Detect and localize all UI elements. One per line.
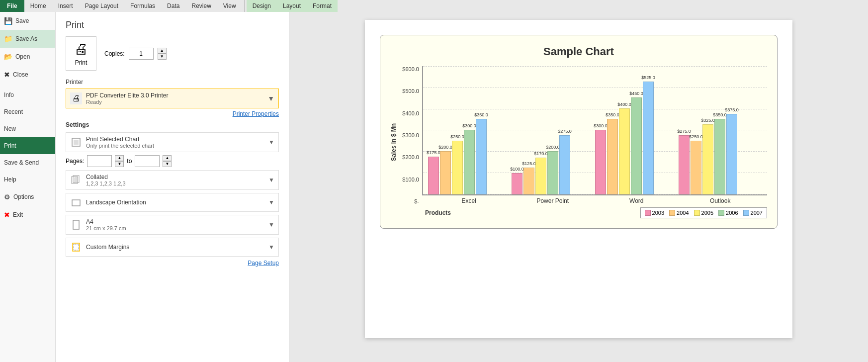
bar-value-label: $250.0 — [689, 134, 703, 139]
tab-format[interactable]: Format — [307, 0, 338, 12]
bar: $100.0 — [512, 173, 522, 194]
bar-fill: $125.0 — [523, 168, 534, 194]
bar: $200.0 — [440, 151, 451, 194]
margins-text: Custom Margins — [86, 244, 268, 251]
bar-fill: $170.0 — [535, 158, 546, 194]
legend-color-box — [743, 210, 749, 216]
collated-row[interactable]: Collated 1,2,3 1,2,3 1,2,3 ▼ — [66, 170, 279, 190]
sidebar: 💾 Save 📁 Save As 📂 Open ✖ Close Info Rec… — [0, 12, 56, 362]
product-group-power-point: $100.0$125.0$170.0$200.0$275.0 — [512, 135, 595, 194]
tab-page-layout[interactable]: Page Layout — [79, 0, 124, 12]
bar: $250.0 — [452, 141, 463, 194]
copies-up[interactable]: ▲ — [158, 48, 167, 54]
tab-design[interactable]: Design — [247, 0, 277, 12]
printer-properties-link[interactable]: Printer Properties — [66, 110, 279, 117]
print-selection-row[interactable]: Print Selected Chart Only print the sele… — [66, 132, 279, 152]
tab-home[interactable]: Home — [24, 0, 52, 12]
legend-label: 2004 — [677, 210, 689, 216]
margins-arrow[interactable]: ▼ — [268, 244, 274, 251]
legend-label: 2005 — [701, 210, 713, 216]
margins-row[interactable]: Custom Margins ▼ — [66, 238, 279, 257]
pages-from-up[interactable]: ▲ — [115, 155, 124, 161]
bar: $350.0 — [476, 119, 487, 194]
printer-info: PDF Converter Elite 3.0 Printer Ready — [86, 92, 267, 105]
open-icon: 📂 — [4, 53, 12, 61]
margins-icon — [70, 241, 82, 253]
orientation-arrow[interactable]: ▼ — [268, 199, 274, 206]
bar-fill: $250.0 — [691, 141, 701, 194]
print-panel: Print 🖨 Print Copies: ▲ ▼ Printer 🖨 PDF … — [56, 12, 289, 362]
print-title: Print — [66, 20, 279, 30]
page-setup-link[interactable]: Page Setup — [66, 260, 279, 267]
tab-file[interactable]: File — [0, 0, 24, 12]
printer-dropdown-arrow[interactable]: ▼ — [267, 94, 274, 102]
collated-icon — [70, 174, 82, 186]
sidebar-new-label: New — [4, 125, 16, 132]
tab-data-label: Data — [167, 2, 179, 9]
bar: $175.0 — [428, 157, 439, 194]
legend-label: 2003 — [652, 210, 664, 216]
pages-to-down[interactable]: ▼ — [163, 161, 172, 167]
bar-fill: $450.0 — [631, 97, 642, 194]
svg-rect-6 — [73, 220, 79, 229]
legend-item: 2006 — [718, 210, 738, 216]
print-button[interactable]: 🖨 Print — [66, 36, 96, 71]
bar-value-label: $450.0 — [629, 91, 643, 96]
sidebar-item-options[interactable]: ⚙ Options — [0, 188, 55, 206]
bar: $300.0 — [595, 130, 606, 194]
sidebar-item-recent[interactable]: Recent — [0, 103, 55, 120]
bar: $250.0 — [691, 141, 701, 194]
pages-to-up[interactable]: ▲ — [163, 155, 172, 161]
sidebar-item-close[interactable]: ✖ Close — [0, 66, 55, 84]
sidebar-print-label: Print — [4, 142, 16, 149]
sidebar-save-label: Save — [15, 17, 29, 24]
copies-input[interactable] — [129, 48, 154, 60]
sidebar-item-help[interactable]: Help — [0, 171, 55, 188]
chart-with-y: $600.0 $500.0 $400.0 $300.0 $200.0 $100.… — [397, 66, 767, 204]
sidebar-item-save[interactable]: 💾 Save — [0, 12, 55, 30]
bar: $200.0 — [547, 151, 558, 194]
bar-fill: $375.0 — [726, 114, 737, 195]
x-axis-label: Power Point — [511, 197, 595, 204]
sidebar-item-info[interactable]: Info — [0, 84, 55, 103]
bar: $300.0 — [464, 130, 475, 194]
pages-from-down[interactable]: ▼ — [115, 161, 124, 167]
print-selection-arrow[interactable]: ▼ — [268, 139, 274, 146]
sidebar-item-open[interactable]: 📂 Open — [0, 48, 55, 66]
bar: $525.0 — [643, 82, 654, 195]
tab-insert[interactable]: Insert — [52, 0, 79, 12]
tab-data[interactable]: Data — [161, 0, 185, 12]
tab-insert-label: Insert — [58, 2, 73, 9]
tab-formulas[interactable]: Formulas — [124, 0, 161, 12]
sidebar-item-save-send[interactable]: Save & Send — [0, 154, 55, 171]
sidebar-item-exit[interactable]: ✖ Exit — [0, 206, 55, 224]
bar-fill: $525.0 — [643, 82, 654, 195]
sidebar-recent-label: Recent — [4, 108, 23, 115]
sidebar-item-new[interactable]: New — [0, 120, 55, 137]
sidebar-item-print[interactable]: Print — [0, 137, 55, 154]
paper-row[interactable]: A4 21 cm x 29.7 cm ▼ — [66, 215, 279, 235]
collated-main: Collated — [86, 174, 268, 181]
y-axis-title: Sales in $ Mn — [390, 123, 397, 161]
tab-layout-label: Layout — [283, 2, 301, 9]
collated-arrow[interactable]: ▼ — [268, 177, 274, 183]
x-axis-label: Excel — [427, 197, 511, 204]
tab-view[interactable]: View — [217, 0, 242, 12]
paper-arrow[interactable]: ▼ — [268, 221, 274, 228]
copies-down[interactable]: ▼ — [158, 54, 167, 60]
paper-text: A4 21 cm x 29.7 cm — [86, 218, 268, 231]
tab-layout[interactable]: Layout — [277, 0, 307, 12]
pages-to-input[interactable] — [135, 155, 160, 167]
print-button-area: 🖨 Print Copies: ▲ ▼ — [66, 36, 279, 71]
tab-review[interactable]: Review — [185, 0, 217, 12]
sidebar-item-save-as[interactable]: 📁 Save As — [0, 30, 55, 48]
printer-selector[interactable]: 🖨 PDF Converter Elite 3.0 Printer Ready … — [66, 89, 279, 108]
bar-value-label: $125.0 — [522, 161, 536, 166]
chart-x-labels: ExcelPower PointWordOutlook — [422, 197, 767, 204]
bar-value-label: $375.0 — [725, 107, 739, 112]
pages-from-input[interactable] — [87, 155, 112, 167]
legend-color-box — [718, 210, 724, 216]
bar-value-label: $200.0 — [438, 145, 452, 150]
bar-fill: $200.0 — [440, 151, 451, 194]
orientation-row[interactable]: Landscape Orientation ▼ — [66, 193, 279, 212]
